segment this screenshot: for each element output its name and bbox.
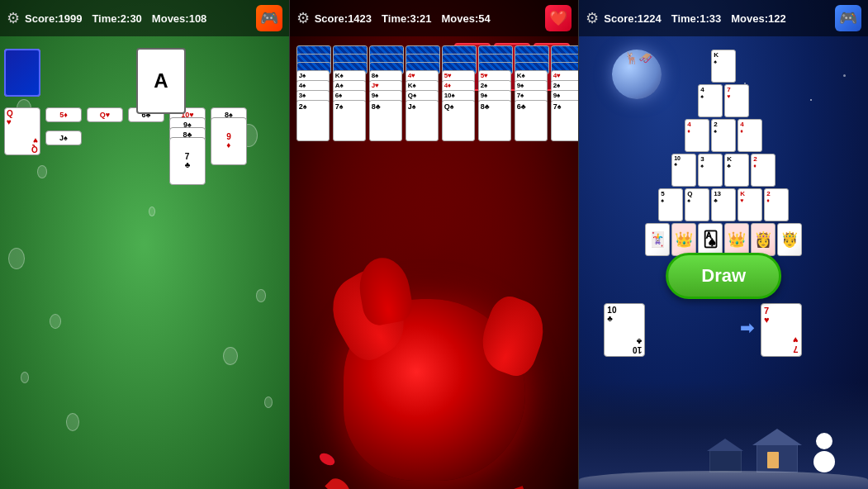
rose-decoration <box>311 216 558 489</box>
panel2-score: Score:1423 <box>315 12 372 25</box>
gear-icon-3[interactable]: ⚙ <box>586 9 599 27</box>
py-7[interactable]: 7♥ <box>724 84 749 117</box>
panel1-time: Time:2:30 <box>92 12 141 25</box>
sp-7-2[interactable]: 7♠ <box>333 100 366 141</box>
snow-surface <box>579 471 868 489</box>
py-5[interactable]: 5♠ <box>658 188 683 221</box>
panel1-score: Score:1999 <box>25 12 82 25</box>
house-1 <box>752 431 802 472</box>
waterdrop <box>256 289 266 302</box>
bottom-card-10c[interactable]: 10♣ 10♣ <box>604 303 645 357</box>
waterdrop <box>223 347 238 365</box>
sp-6-7[interactable]: 6♣ <box>515 100 548 141</box>
py-face-4[interactable]: 👑 <box>724 223 749 256</box>
ace-card[interactable]: A <box>136 48 186 114</box>
py-face-1[interactable]: 🃏 <box>645 223 670 256</box>
bottom-cards: 10♣ 10♣ <box>604 303 645 357</box>
sol-card-5d[interactable]: 5♦ <box>45 107 82 122</box>
snow-ground <box>579 382 868 489</box>
panel1-header: ⚙ Score:1999 Time:2:30 Moves:108 🎮 <box>0 0 289 36</box>
panel3-header: ⚙ Score:1224 Time:1:33 Moves:122 🎮 <box>579 0 868 36</box>
panel3-moves: Moves:122 <box>731 12 785 25</box>
waterdrop <box>149 207 155 216</box>
sp-j-4[interactable]: J♠ <box>406 100 439 141</box>
py-4d2[interactable]: 4♦ <box>738 119 762 152</box>
game-icon-2[interactable]: ❤️ <box>545 5 572 31</box>
py-k2[interactable]: K♣ <box>724 154 749 187</box>
panel2-header: ⚙ Score:1423 Time:3:21 Moves:54 ❤️ <box>290 0 579 36</box>
game-icon-3[interactable]: 🎮 <box>835 5 861 31</box>
panel2-moves: Moves:54 <box>442 12 491 25</box>
house-1-roof <box>752 429 802 445</box>
sol-col-2: 5♦ J♠ <box>45 107 83 137</box>
panel1-stats: Score:1999 Time:2:30 Moves:108 <box>25 12 251 25</box>
house-2-roof <box>707 439 743 451</box>
py-10[interactable]: 10♠ <box>671 154 696 187</box>
py-2[interactable]: 2♠ <box>711 119 736 152</box>
py-face-j[interactable]: 👑 <box>671 223 696 256</box>
py-face-5[interactable]: 👸 <box>751 223 776 256</box>
waterdrop <box>37 165 47 178</box>
pyramid-row-6: 🃏 👑 🂡 👑 👸 🤴 <box>587 223 860 256</box>
waterdrop <box>21 372 29 383</box>
arrow-indicator: ➡ <box>740 318 754 338</box>
house-1-window <box>767 452 779 468</box>
sol-col-1: Q♥ Q♥ <box>4 107 42 155</box>
waterdrop <box>8 248 25 269</box>
panel-solitaire: ⚙ Score:1999 Time:2:30 Moves:108 🎮 10♦ 1… <box>0 0 289 489</box>
pyramid-row-3: 4♦ 2♠ 4♦ <box>587 119 860 152</box>
py-13[interactable]: 13♣ <box>711 188 736 221</box>
panel2-time: Time:3:21 <box>382 12 431 25</box>
fallen-petal-2 <box>503 486 527 489</box>
fallen-petal-1 <box>325 474 353 489</box>
sol-card-q-spades[interactable]: Q♥ <box>87 107 123 122</box>
py-face-6[interactable]: 🤴 <box>777 223 802 256</box>
gear-icon-1[interactable]: ⚙ <box>7 9 20 27</box>
panel-spider: ⚙ Score:1423 Time:3:21 Moves:54 ❤️ J♠ 4♠… <box>289 0 580 489</box>
sol-card-9d[interactable]: 9♦ <box>211 117 247 165</box>
panel-pyramid: 🦌🛷 ⚙ Score:1224 Time:1:33 Moves:122 🎮 K♠… <box>579 0 868 489</box>
py-4[interactable]: 4♠ <box>698 84 723 117</box>
panel3-time: Time:1:33 <box>671 12 721 25</box>
py-k[interactable]: K♠ <box>711 50 736 83</box>
bottom-card-7h[interactable]: 7♥ 7♥ <box>761 303 802 357</box>
py-2r[interactable]: 2♦ <box>764 188 789 221</box>
panel3-stats: Score:1224 Time:1:33 Moves:122 <box>604 12 830 25</box>
panel1-moves: Moves:108 <box>152 12 206 25</box>
py-face-3[interactable]: 🂡 <box>698 223 723 256</box>
sp-8-6[interactable]: 8♣ <box>478 100 511 141</box>
py-4d[interactable]: 4♦ <box>685 119 709 152</box>
pyramid-row-5: 5♠ Q♠ 13♣ K♥ 2♦ <box>587 188 860 221</box>
pyramid-row-4: 10♠ 3♠ K♣ 2♦ <box>587 154 860 187</box>
py-k-r[interactable]: K♥ <box>738 188 762 221</box>
py-2d[interactable]: 2♦ <box>751 154 776 187</box>
sp-7-8[interactable]: 7♠ <box>551 100 580 141</box>
pyramid-row-2: 4♠ 7♥ <box>587 84 860 117</box>
sp-q5[interactable]: Q♠ <box>442 100 475 141</box>
snowman-body <box>813 451 835 472</box>
panel2-stats: Score:1423 Time:3:21 Moves:54 <box>315 12 541 25</box>
fallen-petal-3 <box>317 451 336 468</box>
game-icon-1[interactable]: 🎮 <box>256 5 282 31</box>
waterdrop <box>264 396 273 408</box>
sol-card-js[interactable]: J♠ <box>45 131 82 145</box>
panel3-score: Score:1224 <box>604 12 661 25</box>
house-2-body <box>709 449 742 472</box>
sp-8-3[interactable]: 8♣ <box>369 100 402 141</box>
py-3[interactable]: 3♠ <box>698 154 723 187</box>
pyramid-row-1: K♠ <box>587 50 860 83</box>
pyramid-card-area: K♠ 4♠ 7♥ 4♦ 2♠ 4♦ 10♠ 3♠ K♣ 2♦ 5♠ Q♠ 13♣… <box>587 45 860 258</box>
house-2 <box>707 439 744 472</box>
deck-card-2[interactable] <box>4 49 40 97</box>
snowman-head <box>816 433 832 449</box>
sp-2[interactable]: 2♠ <box>296 100 330 141</box>
waterdrop <box>66 413 79 431</box>
waterdrop <box>50 314 61 329</box>
snowman <box>816 433 835 472</box>
sol-card-q-hearts[interactable]: Q♥ Q♥ <box>4 107 40 155</box>
draw-button[interactable]: Draw <box>666 253 781 299</box>
sol-card-7c[interactable]: 7♣ <box>169 137 206 185</box>
py-q[interactable]: Q♠ <box>685 188 709 221</box>
gear-icon-2[interactable]: ⚙ <box>296 9 310 27</box>
